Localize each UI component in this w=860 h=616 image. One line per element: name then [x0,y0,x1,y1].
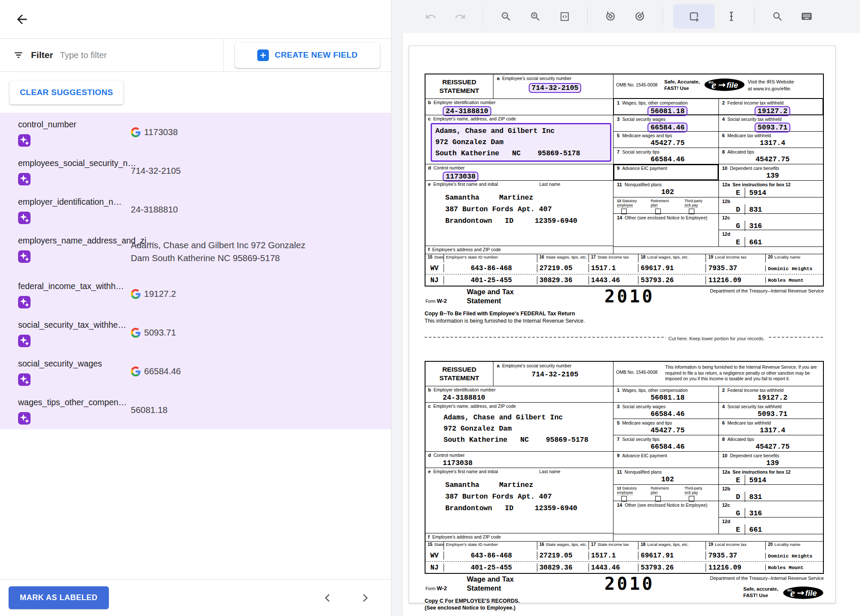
state-row: WV 643-86-468 27219.05 1517.1 69617.91 7… [425,262,823,274]
plus-icon [257,49,269,61]
state-tax-table: 15State Employer's state ID number 16Sta… [425,254,823,286]
google-icon [131,367,141,376]
rotate-right-button[interactable] [627,4,652,28]
w2-footer-copy-c: Form W-2 Wage and TaxStatement 2010 Depa… [425,575,824,611]
back-arrow-icon [15,12,29,27]
w2-form-copy-b: REISSUEDSTATEMENT aEmployee's social sec… [425,74,824,286]
keyboard-icon [801,10,813,22]
tax-year: 2010 [604,574,654,597]
highlight-employer-address[interactable]: Adams, Chase and Gilbert Inc 972 Gonzale… [431,123,611,162]
google-icon [131,127,141,137]
panel-spacer [0,429,391,579]
panel-header [0,0,391,39]
zoom-out-icon [500,11,512,22]
field-row-employer-address[interactable]: employers_name_address_and_zi… Adams, Ch… [0,229,391,274]
rotate-right-icon [634,10,646,22]
fields-panel: Filter CREATE NEW FIELD CLEAR SUGGESTION… [0,0,391,616]
select-text-button[interactable] [719,4,744,28]
filter-icon [13,49,24,61]
w2-footer-copy-b: Form W-2 Wage and TaxStatement 2010 Depa… [425,287,824,324]
rotate-left-button[interactable] [598,4,623,28]
zoom-in-button[interactable] [523,4,548,28]
create-new-field-button[interactable]: CREATE NEW FIELD [235,42,380,68]
field-row-ss-wages[interactable]: social_security_wages 66584.46 [0,352,391,391]
redo-icon [454,11,466,22]
keyboard-shortcuts-button[interactable] [794,4,819,28]
irs-efile-logo [704,77,745,92]
suggestion-sparkle-icon [18,296,31,308]
state-row: WV 643-86-468 27219.05 1517.1 69617.91 7… [425,550,823,561]
panel-footer: MARK AS LABELED [0,579,391,616]
document-viewer: REISSUEDSTATEMENT aEmployee's social sec… [391,0,860,616]
back-button[interactable] [12,9,32,29]
undo-icon [425,11,437,22]
zoom-in-icon [530,11,541,22]
search-icon [772,11,783,22]
zoom-out-button[interactable] [493,4,518,28]
suggestion-sparkle-icon [18,173,31,185]
field-row-ss-tax[interactable]: social_security_tax_withhe… 5093.71 [0,313,391,352]
suggestion-sparkle-icon [18,250,31,263]
filter-input[interactable] [60,50,223,60]
select-text-icon [725,10,737,22]
document-labeling-app: Filter CREATE NEW FIELD CLEAR SUGGESTION… [0,0,860,616]
add-bounding-box-button[interactable] [673,4,715,28]
suggestion-sparkle-icon [18,335,31,347]
toolbar-divider [483,7,483,25]
suggestion-sparkle-icon [18,212,31,224]
toolbar-divider [587,7,588,25]
add-bounding-box-icon [688,10,700,22]
suggestion-sparkle-icon [18,373,31,386]
field-row-employees-ssn[interactable]: employees_social_security_n… 714-32-2105 [0,151,391,190]
fit-width-icon [559,11,570,22]
tax-year: 2010 [604,286,654,310]
redo-button[interactable] [447,4,472,28]
viewer-canvas[interactable]: REISSUEDSTATEMENT aEmployee's social sec… [391,33,860,616]
filter-row: Filter CREATE NEW FIELD [0,39,391,72]
suggestion-sparkle-icon [18,134,31,147]
highlight-ss-tax[interactable]: 5093.71 [755,123,790,132]
field-list: control_number 1173038 employees_social_… [0,113,391,429]
search-button[interactable] [765,4,790,28]
highlight-ssn[interactable]: 714-32-2105 [529,83,582,93]
field-row-wages-tips[interactable]: wages_tips_other_compen… 56081.18 [0,391,391,429]
suggestions-bar: CLEAR SUGGESTIONS [0,72,391,113]
undo-button[interactable] [418,4,443,28]
next-document-button[interactable] [356,589,374,607]
reissued-statement-label: REISSUEDSTATEMENT [425,74,493,99]
google-icon [131,328,141,338]
chevron-left-icon [321,591,334,604]
state-row: NJ 401-25-455 30829.36 1443.46 53793.26 … [425,274,823,286]
mark-as-labeled-button[interactable]: MARK AS LABELED [9,586,109,609]
previous-document-button[interactable] [319,589,337,607]
toolbar-divider [754,7,755,25]
w2-form-copy-c: REISSUEDSTATEMENT aEmployee's social sec… [425,361,824,574]
highlight-wages[interactable]: 56081.18 [647,106,687,116]
rotate-left-icon [604,10,616,22]
field-row-federal-tax[interactable]: federal_income_tax_withh… 19127.2 [0,274,391,313]
filter-label: Filter [31,50,53,60]
cut-here-line: Cut here. Keep lower portion for your re… [425,337,823,345]
viewer-toolbar [391,0,860,33]
toolbar-divider [663,7,663,25]
state-row: NJ 401-25-455 30829.36 1443.46 53793.26 … [425,561,823,573]
reissued-statement-label: REISSUEDSTATEMENT [425,362,493,386]
suggestion-sparkle-icon [18,412,31,425]
clear-suggestions-button[interactable]: CLEAR SUGGESTIONS [9,80,123,105]
chevron-right-icon [358,591,371,604]
fit-width-button[interactable] [552,4,577,28]
state-tax-table: 15State Employer's state ID number 16Sta… [425,541,823,573]
highlight-ss-wages[interactable]: 66584.46 [647,123,687,132]
document-page: REISSUEDSTATEMENT aEmployee's social sec… [409,46,835,603]
highlight-federal-tax[interactable]: 19127.2 [755,106,790,116]
viewer-scrollbar[interactable] [391,33,403,616]
field-row-control-number[interactable]: control_number 1173038 [0,113,391,151]
irs-efile-logo [783,585,824,600]
field-row-employer-id[interactable]: employer_identification_n… 24-3188810 [0,190,391,229]
filter-box: Filter [0,39,224,71]
google-icon [131,289,141,299]
